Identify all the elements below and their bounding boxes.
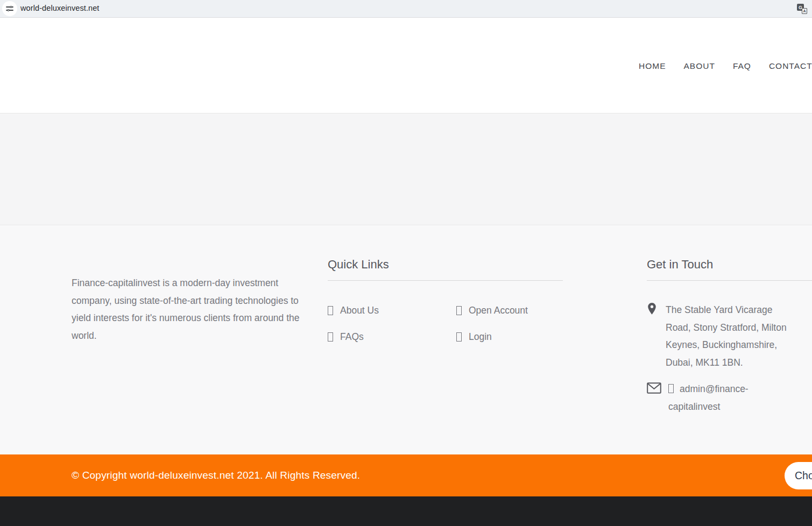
quick-links-list: About Us Open Account FAQs Login [328,302,563,345]
missing-glyph-box-icon [328,306,333,315]
translate-icon[interactable]: G A [797,4,807,14]
missing-glyph-box-icon [668,384,674,393]
quick-link-label: FAQs [340,331,364,343]
quick-links-divider [328,280,563,281]
copyright-bar: © Copyright world-deluxeinvest.net 2021.… [0,454,812,496]
quick-link-label: About Us [340,305,379,316]
envelope-icon [647,382,661,394]
quick-link-about-us[interactable]: About Us [328,302,456,319]
missing-glyph-box-icon [328,332,333,342]
quick-link-login[interactable]: Login [456,328,563,345]
tune-icon [5,4,14,13]
nav-item-faq[interactable]: FAQ [733,61,751,71]
empty-content-section [0,113,812,225]
quick-link-open-account[interactable]: Open Account [456,302,563,319]
nav-item-home[interactable]: HOME [639,61,666,71]
main-nav: HOME ABOUT FAQ CONTACT [639,18,812,113]
nav-item-about[interactable]: ABOUT [684,61,715,71]
footer: Finance-capitalinvest is a modern-day in… [0,226,812,454]
email-address: admin@finance-capitalinvest [668,383,749,412]
missing-glyph-box-icon [456,306,462,315]
company-description: Finance-capitalinvest is a modern-day in… [72,274,304,344]
quick-link-faqs[interactable]: FAQs [328,328,456,345]
url-text[interactable]: world-deluxeinvest.net [20,4,99,12]
get-in-touch-heading: Get in Touch [647,258,713,272]
quick-link-label: Open Account [469,305,528,316]
quick-link-label: Login [469,331,492,343]
nav-item-contact[interactable]: CONTACT [769,61,812,71]
address-text: The Stable Yard Vicarage Road, Stony Str… [666,301,800,371]
browser-url-bar[interactable]: world-deluxeinvest.net G A [0,0,812,18]
site-header: HOME ABOUT FAQ CONTACT [0,18,812,113]
choose-button[interactable]: Cho [785,462,812,489]
bottom-bar [0,496,812,526]
missing-glyph-box-icon [456,332,462,342]
site-settings-button[interactable] [2,1,17,16]
get-in-touch-divider [647,280,812,281]
email-link[interactable]: admin@finance-capitalinvest [668,380,761,416]
copyright-text: © Copyright world-deluxeinvest.net 2021.… [72,470,360,481]
translate-icon-front: A [802,8,807,14]
map-pin-icon [647,302,657,315]
quick-links-heading: Quick Links [328,258,389,272]
